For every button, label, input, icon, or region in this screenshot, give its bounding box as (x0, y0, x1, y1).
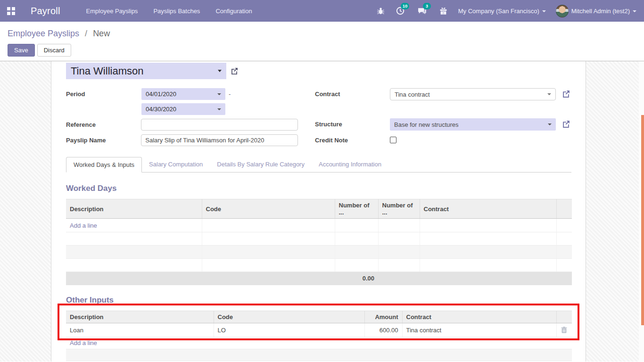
table-row (66, 259, 572, 272)
empty-row (66, 349, 572, 361)
menu-configuration[interactable]: Configuration (215, 8, 252, 15)
notebook-tabs: Worked Days & Inputs Salary Computation … (66, 157, 571, 173)
period-separator: - (229, 88, 231, 100)
caret-down-icon (217, 93, 221, 95)
navbar-right: 10 3 My Company (San Francisco) Mitch (376, 5, 644, 17)
company-name: My Company (San Francisco) (458, 8, 539, 15)
control-panel: Employee Payslips / New Save Discard (0, 22, 644, 61)
tab-worked-days-inputs[interactable]: Worked Days & Inputs (66, 157, 142, 173)
period-to-value: 04/30/2020 (146, 106, 176, 113)
tab-accounting-information[interactable]: Accounting Information (312, 157, 388, 172)
worked-days-total: 0.00 (66, 272, 378, 285)
form-view-background: Tina Williamson Period 04/01/2020 (0, 61, 644, 362)
external-link-icon[interactable] (562, 120, 570, 128)
table-row: Add a line (66, 219, 572, 232)
oi-col-contract: Contract (402, 311, 556, 323)
breadcrumb-current: New (93, 29, 110, 38)
oi-row-code[interactable]: LO (214, 323, 364, 337)
credit-note-checkbox[interactable] (390, 137, 396, 143)
oi-col-amount: Amount (364, 311, 402, 323)
table-row (66, 232, 572, 246)
caret-down-icon (547, 93, 551, 95)
oi-row-amount[interactable]: 600.00 (364, 323, 402, 337)
company-switcher[interactable]: My Company (San Francisco) (458, 8, 546, 15)
other-inputs-table: Description Code Amount Contract Loan LO… (66, 311, 572, 337)
oi-col-description: Description (66, 311, 214, 323)
structure-field[interactable]: Base for new structures (390, 118, 556, 131)
scrollbar-thumb[interactable] (641, 115, 644, 325)
avatar (556, 5, 569, 17)
caret-down-icon (218, 70, 222, 72)
save-button[interactable]: Save (8, 44, 35, 57)
messages-chat-icon[interactable]: 3 (418, 6, 427, 16)
structure-label: Structure (315, 118, 390, 128)
main-menu: Employee Payslips Payslips Batches Confi… (86, 8, 252, 15)
caret-down-icon (542, 10, 546, 12)
app-brand[interactable]: Payroll (31, 6, 60, 16)
menu-employee-payslips[interactable]: Employee Payslips (86, 8, 138, 15)
discard-button[interactable]: Discard (37, 44, 71, 57)
form-sheet: Tina Williamson Period 04/01/2020 (51, 61, 586, 362)
payslip-name-label: Payslip Name (66, 134, 141, 144)
oi-col-actions (556, 311, 572, 323)
external-link-icon[interactable] (231, 67, 238, 75)
wd-col-code: Code (202, 199, 335, 219)
period-from-field[interactable]: 04/01/2020 (141, 88, 225, 100)
wd-col-actions (556, 199, 572, 219)
contract-value: Tina contract (395, 91, 430, 98)
scrollbar-track[interactable] (639, 61, 644, 362)
oi-col-code: Code (214, 311, 364, 323)
menu-payslips-batches[interactable]: Payslips Batches (153, 8, 200, 15)
wd-col-number-2: Number of ... (378, 199, 420, 219)
table-row: Loan LO 600.00 Tina contract (66, 323, 572, 337)
trash-icon[interactable] (561, 327, 569, 333)
external-link-icon[interactable] (562, 90, 570, 98)
wd-col-contract: Contract (420, 199, 556, 219)
messages-count-badge: 3 (423, 3, 431, 9)
period-label: Period (66, 88, 141, 98)
gift-icon[interactable] (439, 6, 448, 16)
activities-count-badge: 10 (401, 3, 410, 9)
structure-value: Base for new structures (394, 121, 459, 128)
user-name: Mitchell Admin (test2) (571, 8, 630, 15)
oi-row-description[interactable]: Loan (66, 323, 214, 337)
activities-clock-icon[interactable]: 10 (396, 6, 405, 16)
tab-details-by-salary-rule-category[interactable]: Details By Salary Rule Category (210, 157, 312, 172)
user-menu[interactable]: Mitchell Admin (test2) (556, 5, 636, 17)
reference-input[interactable] (141, 119, 298, 131)
other-inputs-title: Other Inputs (66, 296, 571, 305)
worked-days-table: Description Code Number of ... Number of… (66, 199, 572, 285)
table-row (66, 246, 572, 259)
employee-field[interactable]: Tina Williamson (66, 63, 226, 79)
breadcrumb: Employee Payslips / New (8, 22, 644, 39)
wd-col-number-1: Number of ... (335, 199, 378, 219)
caret-down-icon (548, 123, 552, 125)
employee-name: Tina Williamson (71, 65, 143, 77)
caret-down-icon (633, 10, 636, 12)
wd-col-description: Description (66, 199, 202, 219)
breadcrumb-separator: / (85, 29, 87, 38)
top-navbar: Payroll Employee Payslips Payslips Batch… (0, 0, 644, 22)
worked-days-total-row: 0.00 (66, 272, 572, 285)
caret-down-icon (217, 108, 221, 110)
worked-days-add-a-line[interactable]: Add a line (70, 222, 97, 229)
payslip-name-input[interactable] (141, 134, 298, 146)
tab-salary-computation[interactable]: Salary Computation (142, 157, 210, 172)
period-to-field[interactable]: 04/30/2020 (141, 103, 225, 115)
contract-label: Contract (315, 88, 390, 98)
credit-note-label: Credit Note (315, 134, 390, 144)
oi-row-contract[interactable]: Tina contract (402, 323, 556, 337)
period-from-value: 04/01/2020 (146, 90, 176, 98)
contract-field[interactable]: Tina contract (390, 88, 556, 100)
worked-days-title: Worked Days (66, 184, 571, 193)
apps-grid-icon[interactable] (7, 7, 15, 15)
breadcrumb-parent[interactable]: Employee Payslips (8, 29, 79, 38)
other-inputs-add-a-line[interactable]: Add a line (70, 339, 97, 346)
bug-icon[interactable] (376, 6, 386, 16)
reference-label: Reference (66, 119, 141, 128)
